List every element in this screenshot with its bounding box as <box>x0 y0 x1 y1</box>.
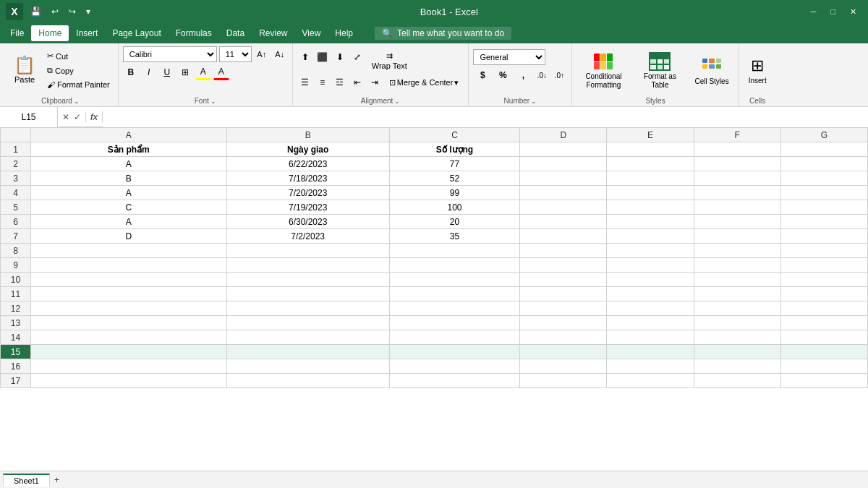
number-expand-icon[interactable]: ⌄ <box>531 98 537 105</box>
wrap-text-button[interactable]: ⇉ Wrap Text <box>367 49 412 72</box>
cell-f5[interactable] <box>694 200 780 215</box>
increase-decimal-button[interactable]: .0↑ <box>551 67 567 83</box>
cell-e6[interactable] <box>607 215 694 229</box>
fill-color-button[interactable]: A <box>195 64 211 80</box>
cell-g7[interactable] <box>780 229 867 244</box>
cell-d5[interactable] <box>520 200 607 215</box>
cell-e3[interactable] <box>607 171 694 186</box>
cell-e7[interactable] <box>607 229 694 244</box>
decrease-indent-button[interactable]: ⇤ <box>349 74 365 90</box>
sheet-tab-1[interactable]: Sheet1 <box>3 474 50 487</box>
font-family-select[interactable]: Calibri <box>123 46 217 62</box>
cell-b6[interactable]: 6/30/2023 <box>226 215 389 229</box>
cell-d4[interactable] <box>520 186 607 200</box>
cell-f6[interactable] <box>694 215 780 229</box>
copy-button[interactable]: ⧉ Copy <box>43 64 114 77</box>
cell-d3[interactable] <box>520 171 607 186</box>
cell-a4[interactable]: A <box>31 186 226 200</box>
cell-b7[interactable]: 7/2/2023 <box>226 229 389 244</box>
cell-d1[interactable] <box>520 142 607 157</box>
cell-b3[interactable]: 7/18/2023 <box>226 171 389 186</box>
decrease-decimal-button[interactable]: .0↓ <box>534 67 550 83</box>
align-center-button[interactable]: ≡ <box>315 74 331 90</box>
cell-d2[interactable] <box>520 157 607 171</box>
cell-f7[interactable] <box>694 229 780 244</box>
menu-help[interactable]: Help <box>328 25 360 41</box>
orientation-button[interactable]: ⤢ <box>349 49 365 65</box>
italic-button[interactable]: I <box>141 64 157 80</box>
new-sheet-button[interactable]: + <box>51 474 62 487</box>
cell-reference-input[interactable]: L15 <box>0 107 58 127</box>
clipboard-expand-icon[interactable]: ⌄ <box>74 98 80 105</box>
cell-g1[interactable] <box>780 142 867 157</box>
menu-insert[interactable]: Insert <box>69 25 105 41</box>
cell-e1[interactable] <box>607 142 694 157</box>
menu-formulas[interactable]: Formulas <box>169 25 219 41</box>
increase-font-button[interactable]: A↑ <box>254 46 270 62</box>
close-button[interactable]: ✕ <box>844 6 862 18</box>
cell-b4[interactable]: 7/20/2023 <box>226 186 389 200</box>
format-as-table-button[interactable]: Format as Table <box>633 47 686 95</box>
font-size-select[interactable]: 11 <box>219 46 252 62</box>
cell-a15[interactable] <box>31 345 226 359</box>
cell-c7[interactable]: 35 <box>389 229 519 244</box>
cell-g6[interactable] <box>780 215 867 229</box>
menu-review[interactable]: Review <box>252 25 294 41</box>
align-left-button[interactable]: ☰ <box>297 74 313 90</box>
border-button[interactable]: ⊞ <box>177 64 193 80</box>
col-header-g[interactable]: G <box>780 128 867 142</box>
cell-f2[interactable] <box>694 157 780 171</box>
cell-b2[interactable]: 6/22/2023 <box>226 157 389 171</box>
cell-a7[interactable]: D <box>31 229 226 244</box>
cell-e4[interactable] <box>607 186 694 200</box>
insert-button[interactable]: ⊞ Insert <box>744 46 772 94</box>
conditional-formatting-button[interactable]: Conditional Formatting <box>576 47 630 95</box>
cell-f3[interactable] <box>694 171 780 186</box>
number-format-select[interactable]: General <box>473 49 545 65</box>
save-button[interactable]: 💾 <box>27 5 44 18</box>
percent-button[interactable]: % <box>493 67 512 83</box>
align-middle-button[interactable]: ⬛ <box>315 49 331 65</box>
col-header-e[interactable]: E <box>607 128 694 142</box>
col-header-f[interactable]: F <box>694 128 780 142</box>
format-painter-button[interactable]: 🖌 Format Painter <box>43 78 114 91</box>
paste-button[interactable]: 📋 Paste <box>7 46 42 94</box>
cell-a3[interactable]: B <box>31 171 226 186</box>
menu-file[interactable]: File <box>3 25 31 41</box>
cell-c5[interactable]: 100 <box>389 200 519 215</box>
menu-home[interactable]: Home <box>31 25 69 41</box>
cell-c4[interactable]: 99 <box>389 186 519 200</box>
currency-button[interactable]: $ <box>473 67 492 83</box>
cell-d7[interactable] <box>520 229 607 244</box>
cell-b5[interactable]: 7/19/2023 <box>226 200 389 215</box>
cell-f4[interactable] <box>694 186 780 200</box>
col-header-a[interactable]: A <box>31 128 226 142</box>
cell-g5[interactable] <box>780 200 867 215</box>
cell-styles-button[interactable]: Cell Styles <box>689 47 733 95</box>
underline-button[interactable]: U <box>159 64 175 80</box>
menu-view[interactable]: View <box>295 25 328 41</box>
font-expand-icon[interactable]: ⌄ <box>210 98 216 105</box>
minimize-button[interactable]: ─ <box>805 6 822 17</box>
merge-center-button[interactable]: ⊡ Merge & Center ▾ <box>384 74 464 90</box>
comma-button[interactable]: , <box>514 67 532 83</box>
cell-c1[interactable]: Số lượng <box>389 142 519 157</box>
font-color-button[interactable]: A <box>213 64 229 80</box>
qat-more-button[interactable]: ▾ <box>83 5 93 18</box>
cell-g4[interactable] <box>780 186 867 200</box>
menu-page-layout[interactable]: Page Layout <box>105 25 168 41</box>
cell-g3[interactable] <box>780 171 867 186</box>
cell-d6[interactable] <box>520 215 607 229</box>
cell-a6[interactable]: A <box>31 215 226 229</box>
col-header-c[interactable]: C <box>389 128 519 142</box>
cut-button[interactable]: ✂ Cut <box>43 49 114 63</box>
col-header-d[interactable]: D <box>520 128 607 142</box>
maximize-button[interactable]: □ <box>825 6 841 17</box>
increase-indent-button[interactable]: ⇥ <box>367 74 383 90</box>
decrease-font-button[interactable]: A↓ <box>272 46 288 62</box>
cell-g2[interactable] <box>780 157 867 171</box>
col-header-b[interactable]: B <box>226 128 389 142</box>
cancel-icon[interactable]: ✕ <box>61 112 71 122</box>
cell-a5[interactable]: C <box>31 200 226 215</box>
cell-e2[interactable] <box>607 157 694 171</box>
